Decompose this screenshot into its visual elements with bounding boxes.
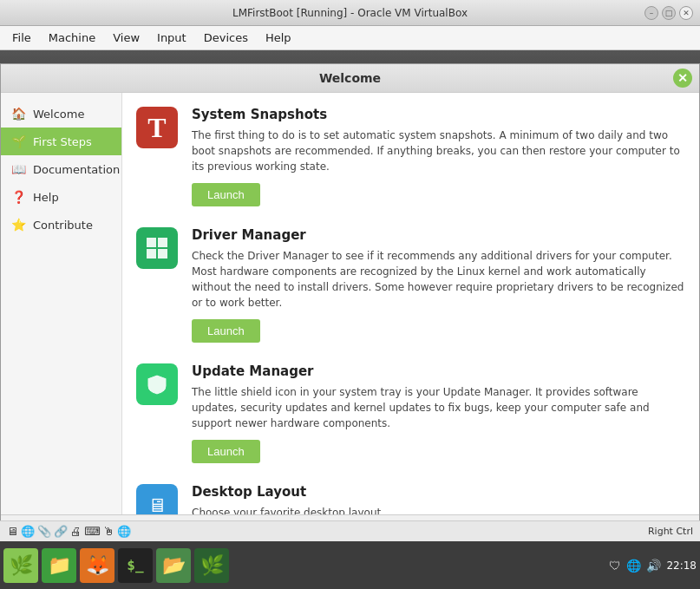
right-ctrl-label: Right Ctrl: [648, 526, 693, 537]
system-snapshots-icon: T: [136, 107, 178, 148]
sidebar-item-help[interactable]: ❓ Help: [1, 183, 121, 211]
home-icon: 🏠: [11, 107, 26, 121]
volume-icon: 🔊: [646, 559, 661, 573]
notif-icon-8: 🌐: [117, 525, 131, 538]
sidebar-item-documentation[interactable]: 📖 Documentation: [1, 155, 121, 183]
notif-icon-5: 🖨: [70, 525, 82, 538]
close-button[interactable]: ✕: [679, 6, 693, 20]
notif-icon-1: 🖥: [7, 525, 18, 538]
sidebar-label-first-steps: First Steps: [33, 135, 92, 148]
taskbar-firefox-button[interactable]: 🦊: [80, 548, 114, 583]
desktop-layout-title: Desktop Layout: [192, 484, 685, 500]
desktop-layout-icon: 🖥: [136, 484, 178, 514]
documentation-icon: 📖: [11, 162, 26, 176]
bottom-notification-bar: 🖥 🌐 📎 🔗 🖨 ⌨ 🖱 🌐 Right Ctrl: [0, 520, 700, 541]
driver-manager-icon: [136, 227, 178, 269]
notif-icon-7: 🖱: [103, 525, 114, 538]
section-driver-manager: Driver Manager Check the Driver Manager …: [136, 227, 685, 343]
menu-input[interactable]: Input: [148, 28, 195, 48]
title-bar: LMFirstBoot [Running] - Oracle VM Virtua…: [0, 0, 700, 26]
dialog-title: Welcome: [319, 71, 381, 85]
driver-manager-title: Driver Manager: [192, 227, 685, 243]
sidebar-item-welcome[interactable]: 🏠 Welcome: [1, 100, 121, 128]
sidebar-label-contribute: Contribute: [33, 219, 93, 232]
update-manager-desc: The little shield icon in your system tr…: [192, 384, 685, 431]
taskbar-terminal-button[interactable]: $_: [118, 548, 153, 583]
notif-icon-2: 🌐: [21, 525, 35, 538]
menu-help[interactable]: Help: [257, 28, 300, 48]
system-snapshots-launch-button[interactable]: Launch: [192, 183, 260, 206]
driver-manager-desc: Check the Driver Manager to see if it re…: [192, 248, 685, 311]
minimize-button[interactable]: –: [644, 6, 658, 20]
first-steps-icon: 🌱: [11, 134, 26, 148]
section-desktop-layout: 🖥 Desktop Layout Choose your favorite de…: [136, 484, 685, 514]
section-update-manager: Update Manager The little shield icon in…: [136, 363, 685, 463]
taskbar-nemo-button[interactable]: 📂: [156, 548, 191, 583]
taskbar-right: 🛡 🌐 🔊 22:18: [609, 559, 697, 573]
system-snapshots-title: System Snapshots: [192, 107, 685, 122]
window-title: LMFirstBoot [Running] - Oracle VM Virtua…: [232, 7, 468, 19]
notif-icon-6: ⌨: [84, 525, 101, 538]
desktop-layout-desc: Choose your favorite desktop layout.: [192, 505, 685, 514]
update-manager-body: Update Manager The little shield icon in…: [192, 363, 685, 463]
update-manager-launch-button[interactable]: Launch: [192, 440, 260, 463]
svg-rect-1: [158, 238, 167, 247]
update-manager-title: Update Manager: [192, 363, 685, 379]
menu-file[interactable]: File: [3, 28, 40, 48]
dialog-body: 🏠 Welcome 🌱 First Steps 📖 Documentation …: [1, 93, 699, 514]
menu-bar: File Machine View Input Devices Help: [0, 26, 700, 50]
taskbar-left: 🌿 📁 🦊 $_ 📂 🌿: [3, 548, 229, 583]
taskbar: 🌿 📁 🦊 $_ 📂 🌿 🛡 🌐 🔊 22:18: [0, 541, 700, 589]
sidebar-label-documentation: Documentation: [33, 163, 120, 176]
help-icon: ❓: [11, 190, 26, 204]
update-manager-icon: [136, 363, 178, 405]
notification-icons: 🖥 🌐 📎 🔗 🖨 ⌨ 🖱 🌐: [7, 525, 131, 538]
main-content: T System Snapshots The first thing to do…: [122, 93, 699, 514]
system-clock: 22:18: [666, 560, 697, 572]
driver-manager-body: Driver Manager Check the Driver Manager …: [192, 227, 685, 343]
system-snapshots-body: System Snapshots The first thing to do i…: [192, 107, 685, 206]
taskbar-mintsources-button[interactable]: 🌿: [194, 548, 229, 583]
section-system-snapshots: T System Snapshots The first thing to do…: [136, 107, 685, 206]
svg-rect-0: [147, 238, 156, 247]
menu-view[interactable]: View: [104, 28, 148, 48]
sidebar-item-first-steps[interactable]: 🌱 First Steps: [1, 128, 121, 155]
notif-icon-3: 📎: [37, 525, 51, 538]
system-snapshots-desc: The first thing to do is to set automati…: [192, 128, 685, 174]
sidebar-label-help: Help: [33, 191, 59, 204]
svg-rect-3: [158, 249, 167, 259]
svg-rect-2: [147, 249, 156, 259]
network-icon: 🛡: [609, 559, 621, 573]
sidebar: 🏠 Welcome 🌱 First Steps 📖 Documentation …: [1, 93, 122, 514]
dialog-header: Welcome ✕: [1, 64, 699, 93]
welcome-dialog: Welcome ✕ 🏠 Welcome 🌱 First Steps 📖 Docu…: [0, 63, 700, 541]
dialog-close-button[interactable]: ✕: [673, 69, 692, 88]
notif-icon-4: 🔗: [54, 525, 68, 538]
sidebar-label-welcome: Welcome: [33, 108, 84, 121]
maximize-button[interactable]: □: [662, 6, 676, 20]
taskbar-files-button[interactable]: 📁: [42, 548, 76, 583]
menu-devices[interactable]: Devices: [195, 28, 257, 48]
taskbar-mint-button[interactable]: 🌿: [3, 548, 38, 583]
window-controls: – □ ✕: [644, 6, 693, 20]
desktop-layout-body: Desktop Layout Choose your favorite desk…: [192, 484, 685, 514]
sidebar-item-contribute[interactable]: ⭐ Contribute: [1, 211, 121, 239]
network-icon2: 🌐: [626, 559, 641, 573]
driver-manager-launch-button[interactable]: Launch: [192, 319, 260, 343]
menu-machine[interactable]: Machine: [40, 28, 104, 48]
contribute-icon: ⭐: [11, 218, 26, 232]
